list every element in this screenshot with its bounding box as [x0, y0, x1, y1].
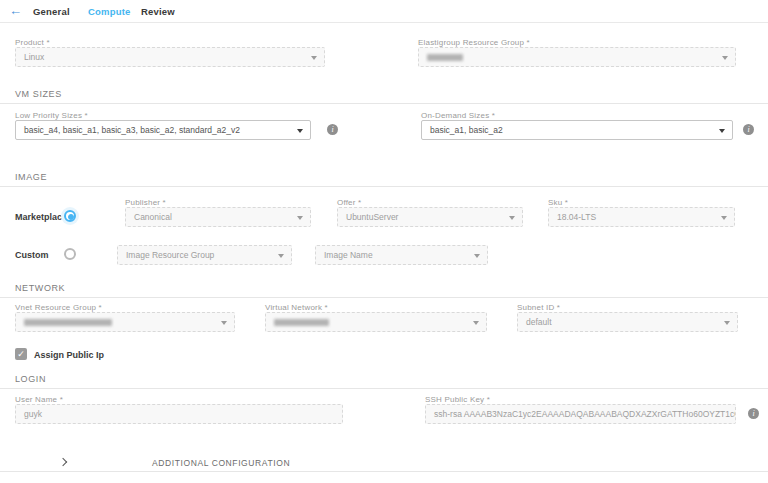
tab-review[interactable]: Review	[141, 6, 175, 17]
redacted-value	[274, 319, 329, 326]
section-divider	[0, 297, 768, 298]
product-label: Product *	[15, 38, 50, 47]
product-value: Linux	[24, 52, 44, 62]
ssh-public-key-input[interactable]: ssh-rsa AAAAB3NzaC1yc2EAAAADAQABAAABAQDX…	[425, 404, 736, 424]
user-name-value: guyk	[24, 409, 42, 419]
radio-dot	[68, 214, 74, 220]
on-demand-sizes-select[interactable]: basic_a1, basic_a2	[421, 120, 733, 140]
back-arrow-icon[interactable]: ←	[9, 3, 22, 18]
on-demand-sizes-value: basic_a1, basic_a2	[430, 125, 503, 135]
dropdown-caret-icon	[297, 129, 303, 133]
image-name-select[interactable]: Image Name	[315, 245, 488, 265]
publisher-value: Canonical	[134, 212, 172, 222]
on-demand-sizes-label: On-Demand Sizes *	[421, 111, 495, 120]
compute-settings-page: ← General Compute Review Product * Linux…	[0, 0, 768, 483]
sku-label: Sku *	[548, 198, 568, 207]
dropdown-caret-icon	[722, 56, 728, 60]
publisher-select[interactable]: Canonical	[125, 207, 311, 227]
info-icon[interactable]: i	[748, 408, 759, 419]
dropdown-caret-icon	[278, 254, 284, 258]
publisher-label: Publisher *	[125, 198, 166, 207]
additional-configuration-label: ADDITIONAL CONFIGURATION	[152, 458, 290, 468]
low-priority-sizes-select[interactable]: basic_a4, basic_a1, basic_a3, basic_a2, …	[15, 120, 311, 140]
custom-option-label: Custom	[15, 250, 49, 260]
offer-select[interactable]: UbuntuServer	[337, 207, 523, 227]
offer-label: Offer *	[337, 198, 361, 207]
dropdown-caret-icon	[311, 56, 317, 60]
vnet-resource-group-label: Vnet Resource Group *	[15, 303, 102, 312]
redacted-value	[24, 319, 112, 326]
image-resource-group-select[interactable]: Image Resource Group	[117, 245, 292, 265]
topbar: ← General Compute Review	[0, 0, 768, 22]
section-title-login: LOGIN	[15, 374, 46, 384]
redacted-value	[427, 54, 463, 61]
tab-general[interactable]: General	[33, 6, 70, 17]
additional-configuration-expander[interactable]	[0, 452, 768, 471]
assign-public-ip-checkbox[interactable]: ✓	[15, 348, 27, 360]
offer-value: UbuntuServer	[346, 212, 398, 222]
low-priority-sizes-label: Low Priority Sizes *	[15, 111, 88, 120]
virtual-network-label: Virtual Network *	[265, 303, 328, 312]
custom-radio[interactable]	[64, 248, 76, 260]
image-name-placeholder: Image Name	[324, 250, 373, 260]
ssh-public-key-value: ssh-rsa AAAAB3NzaC1yc2EAAAADAQABAAABAQDX…	[434, 409, 736, 419]
user-name-label: User Name *	[15, 395, 63, 404]
tab-compute[interactable]: Compute	[88, 6, 131, 17]
dropdown-caret-icon	[719, 129, 725, 133]
info-icon[interactable]: i	[327, 124, 338, 135]
dropdown-caret-icon	[221, 321, 227, 325]
image-resource-group-placeholder: Image Resource Group	[126, 250, 214, 260]
user-name-input[interactable]: guyk	[15, 404, 343, 424]
subnet-id-select[interactable]: default	[517, 312, 738, 332]
section-title-vm-sizes: VM SIZES	[15, 89, 62, 99]
dropdown-caret-icon	[474, 254, 480, 258]
section-title-image: IMAGE	[15, 172, 47, 182]
section-title-network: NETWORK	[15, 283, 65, 293]
marketplace-option-label: Marketplace	[15, 212, 67, 222]
dropdown-caret-icon	[297, 216, 303, 220]
info-icon[interactable]: i	[743, 124, 754, 135]
subnet-id-label: Subnet ID *	[517, 303, 560, 312]
subnet-id-value: default	[526, 317, 552, 327]
elastigroup-resource-group-select[interactable]	[418, 47, 736, 67]
assign-public-ip-label: Assign Public Ip	[34, 350, 104, 360]
elastigroup-resource-group-label: Elastigroup Resource Group *	[418, 38, 530, 47]
sku-value: 18.04-LTS	[557, 212, 596, 222]
ssh-public-key-label: SSH Public Key *	[425, 395, 490, 404]
section-divider	[0, 103, 768, 104]
dropdown-caret-icon	[721, 216, 727, 220]
bottom-divider	[0, 471, 768, 472]
sku-select[interactable]: 18.04-LTS	[548, 207, 735, 227]
section-divider	[0, 388, 768, 389]
marketplace-radio[interactable]	[64, 210, 76, 222]
dropdown-caret-icon	[724, 321, 730, 325]
dropdown-caret-icon	[509, 216, 515, 220]
low-priority-sizes-value: basic_a4, basic_a1, basic_a3, basic_a2, …	[24, 125, 240, 135]
product-select[interactable]: Linux	[15, 47, 325, 67]
virtual-network-select[interactable]	[265, 312, 487, 332]
vnet-resource-group-select[interactable]	[15, 312, 235, 332]
section-divider	[0, 186, 768, 187]
topbar-divider	[0, 22, 768, 23]
dropdown-caret-icon	[473, 321, 479, 325]
